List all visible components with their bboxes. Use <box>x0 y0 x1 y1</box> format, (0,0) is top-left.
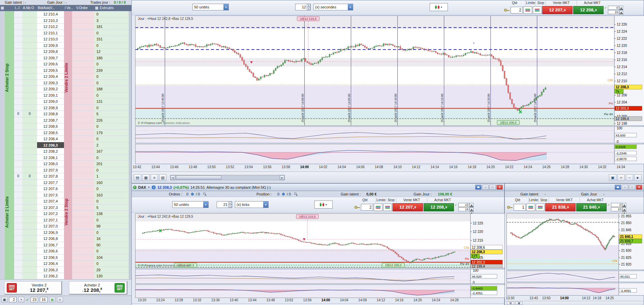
chart-settings-icon[interactable]: ▤ <box>507 302 514 305</box>
layout-window-icon[interactable] <box>615 185 621 190</box>
ladder-cell[interactable] <box>5 42 14 49</box>
col-header[interactable]: I Ve... <box>65 5 73 11</box>
executed-icon[interactable] <box>95 6 98 10</box>
check-icon[interactable]: ✓ <box>604 6 608 9</box>
list-icon[interactable]: ≡ <box>151 174 158 181</box>
executed-cell[interactable]: 130 <box>94 273 129 279</box>
ladder-cell[interactable] <box>5 123 14 130</box>
limit-order-button[interactable] <box>523 6 532 14</box>
sell-market-button[interactable]: 21 838,9 <box>545 203 576 211</box>
ladder-cell[interactable] <box>64 42 72 49</box>
executed-cell[interactable]: 0 <box>94 105 129 111</box>
ladder-cell[interactable] <box>5 148 14 155</box>
stop-distance-value[interactable]: 0 <box>611 203 622 207</box>
ladder-cell[interactable] <box>5 230 14 236</box>
dom-price-row[interactable]: 12 207,2138 <box>0 211 131 217</box>
ladder-cell[interactable] <box>5 86 14 92</box>
ladder-cell[interactable] <box>5 73 14 80</box>
check-icon[interactable]: ✓ <box>607 203 611 207</box>
executed-cell[interactable]: 90 <box>94 242 129 248</box>
ladder-cell[interactable] <box>5 261 14 267</box>
ladder-cell[interactable] <box>64 148 72 155</box>
executed-cell[interactable]: 186 <box>94 55 129 61</box>
executed-cell[interactable]: 131 <box>94 98 129 105</box>
dom-price-row[interactable]: 12 207,60 <box>0 186 131 192</box>
price-cell[interactable]: 12 207,7 <box>37 180 64 186</box>
ladder-cell[interactable] <box>5 254 14 261</box>
stop-distance-value[interactable]: 23 <box>458 203 469 207</box>
dom-price-row[interactable]: 12 209,0131 <box>0 98 131 105</box>
ladder-cell[interactable] <box>64 18 72 24</box>
dom-price-row[interactable]: 12 209,40 <box>0 73 131 80</box>
chart-scrollbar[interactable]: ◄ ► <box>170 175 285 180</box>
dom-price-row[interactable]: 12 206,816 <box>0 236 131 242</box>
indicators-icon[interactable]: ▦ <box>515 302 523 305</box>
buy-market-button[interactable]: Acheter 2 ↓12 208,8 MKT <box>69 281 127 295</box>
mini-chart-icon[interactable]: ▦ <box>1 297 7 302</box>
price-cell[interactable]: 12 207,9 <box>37 167 64 174</box>
dom-price-grid[interactable]: 12 210,4012 210,3312 210,218112 210,1012… <box>0 11 131 279</box>
price-cell[interactable]: 12 206,7 <box>37 242 64 248</box>
ladder-cell[interactable] <box>5 80 14 86</box>
ladder-cell[interactable] <box>64 55 72 61</box>
price-cell[interactable]: 12 206,5 <box>37 254 64 261</box>
scroll-left-icon[interactable]: ◄ <box>171 175 175 180</box>
info-icon[interactable]: i <box>152 185 156 189</box>
executed-cell[interactable]: 0 <box>94 30 129 36</box>
executed-cell[interactable]: 188 <box>94 86 129 92</box>
ladder-cell[interactable] <box>5 98 14 105</box>
executed-cell[interactable]: 0 <box>94 186 129 192</box>
executed-cell[interactable]: 3 <box>94 18 129 24</box>
ladder-cell[interactable] <box>5 186 14 192</box>
price-cell[interactable]: 12 206,2 <box>37 273 64 279</box>
ladder-cell[interactable] <box>64 136 72 142</box>
ladder-cell[interactable] <box>5 167 14 174</box>
period-unit-select[interactable]: (x) secondes▼ <box>313 4 353 10</box>
executed-cell[interactable]: 98 <box>94 223 129 230</box>
dom-price-row[interactable]: 12 209,2188 <box>0 86 131 92</box>
dom-price-row[interactable]: 12 209,10 <box>0 92 131 99</box>
dom-price-row[interactable]: 12 208,40 <box>0 136 131 142</box>
dom-price-row[interactable]: 12 206,2130 <box>0 273 131 279</box>
close-icon[interactable]: ✕ <box>636 185 642 190</box>
ladder-cell[interactable] <box>64 180 72 186</box>
price-cell[interactable]: 12 209,2 <box>37 86 64 92</box>
indicators-icon[interactable]: ▦ <box>142 174 150 181</box>
ladder-cell[interactable] <box>5 136 14 142</box>
dom-price-row[interactable]: 12 208,0201 <box>0 161 131 167</box>
price-cell[interactable]: 12 206,3 <box>37 267 64 273</box>
executed-cell[interactable]: 201 <box>94 161 129 167</box>
ladder-cell[interactable] <box>64 61 72 67</box>
macd-indicator[interactable]: -2,4051 <box>507 283 644 296</box>
window-title-bar[interactable]: ─ □ ✕ <box>505 184 644 191</box>
executed-cell[interactable]: 0 <box>94 155 129 161</box>
executed-cell[interactable]: 0 <box>94 80 129 86</box>
buy-market-button[interactable]: 12 208,8 <box>424 203 454 211</box>
ladder-cell[interactable] <box>64 205 72 211</box>
executed-cell[interactable]: 0 <box>94 167 129 174</box>
executed-cell[interactable]: 0 <box>94 198 129 205</box>
dom-price-row[interactable]: 12 208,60 <box>0 123 131 130</box>
units-select[interactable]: 50 unités▼ <box>192 4 229 10</box>
quantity-input[interactable]: 2 <box>361 204 373 211</box>
ladder-cell[interactable] <box>64 92 72 99</box>
macd-indicator[interactable]: -2,9463-2,4051 <box>135 284 505 298</box>
dom-price-row[interactable]: 12 207,10 <box>0 217 131 223</box>
spin-down-icon[interactable]: ▼ <box>228 205 232 208</box>
dom-price-row[interactable]: 12 207,40 <box>0 198 131 205</box>
quantity-input[interactable]: 2 <box>511 7 523 13</box>
dom-price-row[interactable]: 12 206,40 <box>0 261 131 267</box>
price-cell[interactable]: 12 209,4 <box>37 73 64 80</box>
ladder-cell[interactable] <box>64 24 72 30</box>
ladder-cell[interactable] <box>64 273 72 279</box>
position-indicator-icon[interactable] <box>282 193 285 195</box>
orders-indicator-icon[interactable] <box>191 193 194 195</box>
chart-style-button[interactable]: ▼ <box>430 3 448 11</box>
dom-price-row[interactable]: 12 210,0151 <box>0 36 131 42</box>
ladder-cell[interactable] <box>64 36 72 42</box>
dom-price-row[interactable]: 12 207,7160 <box>0 180 131 186</box>
ladder-cell[interactable] <box>5 236 14 242</box>
executed-cell[interactable]: 0 <box>94 261 129 267</box>
dom-price-row[interactable]: 12 208,90 <box>0 105 131 111</box>
dropdown-icon[interactable]: ▼ <box>18 297 24 302</box>
